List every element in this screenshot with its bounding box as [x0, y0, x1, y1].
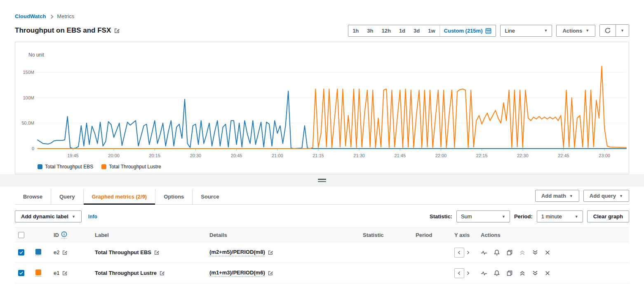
y-axis-left-button[interactable] [454, 248, 464, 258]
tab-query[interactable]: Query [51, 189, 83, 204]
legend-label-lustre: Total Throughput Lustre [109, 164, 161, 170]
breadcrumb: CloudWatch Metrics [15, 0, 629, 19]
period-select[interactable]: 1 minute▼ [537, 210, 583, 222]
time-range-1d[interactable]: 1d [395, 25, 409, 36]
clear-graph-button[interactable]: Clear graph [587, 210, 629, 222]
time-range-3d[interactable]: 3d [409, 25, 424, 36]
calendar-icon [485, 28, 491, 34]
chevron-down-icon: ▼ [569, 194, 573, 198]
svg-text:20:00: 20:00 [108, 153, 120, 158]
edit-title-icon[interactable] [114, 28, 120, 33]
edit-label-icon[interactable] [160, 270, 165, 276]
add-math-button[interactable]: Add math▼ [535, 190, 579, 202]
chart-type-select[interactable]: Line▼ [500, 25, 552, 37]
graph-this-metric-icon[interactable] [481, 270, 487, 277]
col-header-period: Period [412, 232, 451, 238]
tab-browse[interactable]: Browse [15, 189, 51, 204]
select-all-checkbox[interactable] [18, 232, 24, 238]
svg-text:0: 0 [32, 146, 34, 151]
refresh-split-button: ▼ [599, 24, 629, 37]
statistic-select[interactable]: Sum▼ [456, 210, 510, 222]
add-query-button[interactable]: Add query▼ [583, 190, 629, 202]
metric-color-swatch[interactable] [35, 269, 41, 277]
refresh-icon [604, 27, 611, 34]
remove-metric-icon[interactable] [545, 250, 550, 255]
tab-graphed-metrics[interactable]: Graphed metrics (2/9) [83, 189, 155, 204]
move-up-icon[interactable] [519, 249, 526, 256]
resize-drag-handle[interactable] [316, 177, 328, 184]
svg-text:22:45: 22:45 [558, 153, 569, 158]
metric-label: Total Throughput Lustre [95, 270, 157, 276]
edit-details-icon[interactable] [268, 250, 273, 255]
chevron-down-icon: ▼ [544, 28, 548, 33]
row-checkbox[interactable] [18, 270, 24, 276]
col-header-y-axis: Y axis [451, 232, 477, 238]
metric-details[interactable]: (m2+m5)/PERIOD(m8) [209, 249, 265, 256]
chart-panel: No unit 150M100M50.0M019:4520:0020:1520:… [15, 42, 629, 174]
add-dynamic-label-button[interactable]: Add dynamic label▼ [15, 210, 82, 222]
chevron-down-icon: ▼ [575, 215, 578, 219]
create-alarm-bell-icon[interactable] [494, 270, 500, 277]
tab-options[interactable]: Options [155, 189, 192, 204]
metric-id: e1 [54, 270, 59, 276]
tab-source[interactable]: Source [192, 189, 227, 204]
remove-metric-icon[interactable] [545, 270, 550, 276]
actions-button[interactable]: Actions▼ [556, 25, 595, 37]
table-row: e1 Total Throughput Lustre (m1+m3)/PERIO… [15, 263, 629, 284]
duplicate-icon[interactable] [506, 270, 513, 277]
time-range-1h[interactable]: 1h [348, 25, 363, 36]
info-link[interactable]: Info [88, 214, 97, 220]
edit-label-icon[interactable] [154, 250, 160, 255]
move-down-icon[interactable] [532, 249, 538, 256]
time-range-3h[interactable]: 3h [363, 25, 377, 36]
svg-text:21:45: 21:45 [395, 153, 406, 158]
table-row: e2 Total Throughput EBS (m2+m5)/PERIOD(m… [15, 242, 629, 263]
y-axis-right-button[interactable] [465, 250, 470, 255]
chart-unit-label: No unit [28, 52, 628, 58]
svg-text:22:00: 22:00 [435, 153, 447, 158]
metric-color-swatch[interactable] [35, 249, 41, 256]
duplicate-icon[interactable] [506, 249, 513, 256]
info-icon[interactable] [61, 231, 67, 239]
time-range-custom[interactable]: Custom (215m) [440, 25, 496, 36]
move-down-icon[interactable] [532, 270, 538, 277]
metric-label: Total Throughput EBS [95, 249, 151, 255]
time-range-12h[interactable]: 12h [377, 25, 395, 36]
edit-details-icon[interactable] [268, 270, 273, 276]
time-range-group: 1h 3h 12h 1d 3d 1w Custom (215m) [348, 25, 496, 37]
svg-text:20:15: 20:15 [149, 153, 161, 158]
svg-text:22:15: 22:15 [476, 153, 488, 158]
refresh-button[interactable] [600, 25, 616, 36]
graph-this-metric-icon[interactable] [481, 249, 487, 256]
col-header-details: Details [206, 232, 360, 238]
legend-swatch-lustre [101, 164, 106, 169]
svg-text:23:00: 23:00 [599, 153, 610, 158]
legend-item-ebs[interactable]: Total Throughput EBS [38, 164, 93, 170]
breadcrumb-cloudwatch-link[interactable]: CloudWatch [15, 13, 46, 19]
svg-text:19:45: 19:45 [67, 153, 79, 158]
period-label: Period: [514, 213, 533, 220]
svg-text:21:00: 21:00 [272, 153, 283, 158]
edit-id-icon[interactable] [62, 270, 68, 276]
breadcrumb-current: Metrics [57, 13, 74, 19]
svg-text:50.0M: 50.0M [21, 121, 34, 125]
graphed-metrics-table: ID Label Details Statistic Period Y axis… [15, 227, 629, 284]
create-alarm-bell-icon[interactable] [494, 249, 500, 256]
metric-details[interactable]: (m1+m3)/PERIOD(m6) [209, 269, 265, 277]
legend-item-lustre[interactable]: Total Throughput Lustre [101, 164, 161, 170]
time-range-1w[interactable]: 1w [424, 25, 439, 36]
move-up-icon[interactable] [519, 270, 526, 277]
edit-id-icon[interactable] [62, 250, 68, 255]
metric-id: e2 [54, 249, 59, 255]
refresh-options-button[interactable]: ▼ [616, 25, 629, 36]
row-checkbox[interactable] [18, 249, 24, 255]
y-axis-left-button[interactable] [454, 268, 464, 278]
chevron-down-icon: ▼ [502, 215, 505, 219]
metrics-line-chart[interactable]: 150M100M50.0M019:4520:0020:1520:3020:452… [16, 59, 628, 161]
chevron-down-icon: ▼ [585, 28, 589, 33]
statistic-label: Statistic: [430, 213, 452, 220]
col-header-label: Label [92, 232, 206, 238]
legend-swatch-ebs [38, 164, 42, 169]
chevron-down-icon: ▼ [72, 215, 75, 219]
y-axis-right-button[interactable] [465, 271, 470, 276]
